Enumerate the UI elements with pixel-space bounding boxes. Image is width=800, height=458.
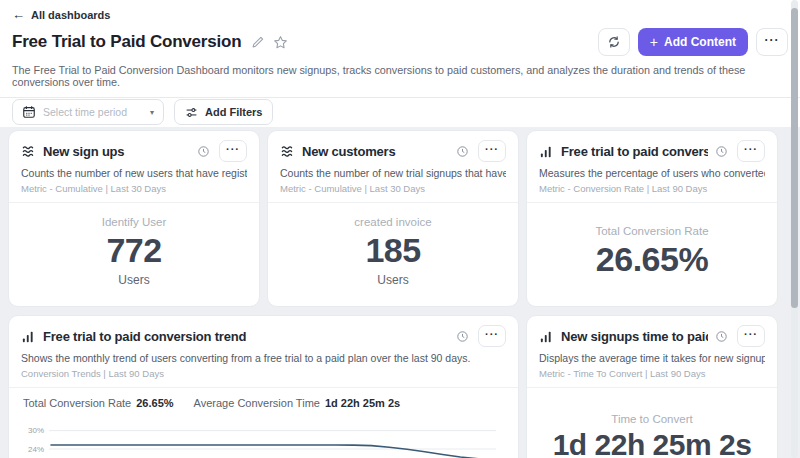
star-icon	[273, 35, 288, 50]
ellipsis-icon: ···	[744, 143, 758, 155]
back-link-label: All dashboards	[31, 9, 110, 21]
add-content-label: Add Content	[664, 35, 736, 49]
card-description: Counts the number of new users that have…	[21, 167, 247, 179]
metric-sub: Users	[118, 273, 149, 287]
card-more-button[interactable]: ···	[478, 140, 506, 162]
metric-label: created invoice	[354, 216, 431, 228]
card-conversion-trend: Free trial to paid conversion trend ··· …	[8, 315, 519, 458]
metric-label: Identify User	[102, 216, 167, 228]
card-title: New sign ups	[43, 144, 190, 159]
add-content-button[interactable]: + Add Content	[638, 28, 748, 56]
metric-value: 185	[365, 231, 420, 270]
card-title: Free trial to paid conversion	[561, 144, 708, 159]
clock-icon[interactable]	[456, 330, 469, 343]
drag-handle[interactable]	[386, 130, 401, 131]
svg-text:24%: 24%	[28, 445, 44, 454]
pencil-icon	[251, 35, 265, 49]
card-title: New customers	[302, 144, 449, 159]
card-meta: Conversion Trends | Last 90 Days	[21, 368, 506, 387]
stat-label: Total Conversion Rate	[23, 397, 131, 409]
card-conversion-rate: Free trial to paid conversion ··· Measur…	[526, 130, 778, 307]
metric-value: 772	[106, 231, 161, 270]
edit-title-button[interactable]	[251, 35, 265, 49]
calendar-icon	[22, 105, 36, 119]
page-description: The Free Trial to Paid Conversion Dashbo…	[12, 64, 788, 97]
back-link[interactable]: ← All dashboards	[12, 8, 788, 21]
clock-icon[interactable]	[715, 145, 728, 158]
card-new-signups: New sign ups ··· Counts the number of ne…	[8, 130, 260, 307]
dashboard-content: New sign ups ··· Counts the number of ne…	[0, 127, 800, 458]
drag-handle[interactable]	[645, 315, 660, 316]
scrollbar-thumb[interactable]	[791, 8, 798, 308]
stat-value: 26.65%	[136, 397, 173, 409]
metric-value: 26.65%	[596, 240, 708, 279]
svg-text:30%: 30%	[28, 426, 44, 435]
stat-value: 1d 22h 25m 2s	[325, 397, 400, 409]
card-new-customers: New customers ··· Counts the number of n…	[267, 130, 519, 307]
trend-chart-svg: 30%24%18%Oct 2024Nov 2024Dec 2024Jan 202…	[17, 420, 500, 458]
card-title: Free trial to paid conversion trend	[43, 329, 449, 344]
card-description: Displays the average time it takes for n…	[539, 352, 765, 364]
drag-handle[interactable]	[645, 130, 660, 131]
cumulative-metric-icon	[280, 144, 295, 159]
average-conversion-time-stat: Average Conversion Time 1d 22h 25m 2s	[194, 397, 401, 409]
card-time-to-convert: New signups time to paid conver... ··· D…	[526, 315, 778, 458]
card-meta: Metric - Conversion Rate | Last 90 Days	[539, 183, 765, 202]
add-filters-button[interactable]: Add Filters	[174, 99, 273, 125]
metric-label: Time to Convert	[611, 413, 692, 425]
card-description: Shows the monthly trend of users convert…	[21, 352, 506, 364]
metric-label: Total Conversion Rate	[595, 225, 708, 237]
vertical-scrollbar[interactable]	[791, 0, 798, 458]
bar-chart-icon	[539, 329, 554, 344]
total-conversion-rate-stat: Total Conversion Rate 26.65%	[23, 397, 174, 409]
ellipsis-icon: ···	[485, 328, 499, 340]
bar-chart-icon	[21, 329, 36, 344]
clock-icon[interactable]	[197, 145, 210, 158]
ellipsis-icon: ···	[226, 143, 240, 155]
cumulative-metric-icon	[21, 144, 36, 159]
card-meta: Metric - Time To Convert | Last 90 Days	[539, 368, 765, 387]
drag-handle[interactable]	[256, 315, 271, 316]
clock-icon[interactable]	[715, 330, 728, 343]
trend-chart: 30%24%18%Oct 2024Nov 2024Dec 2024Jan 202…	[9, 418, 518, 458]
chevron-down-icon: ▾	[150, 108, 154, 117]
stat-label: Average Conversion Time	[194, 397, 320, 409]
filter-toolbar: Select time period ▾ Add Filters	[0, 97, 800, 127]
plus-icon: +	[650, 35, 658, 49]
refresh-button[interactable]	[598, 28, 630, 56]
card-title: New signups time to paid conver...	[561, 329, 708, 344]
drag-handle[interactable]	[127, 130, 142, 131]
page-title: Free Trial to Paid Conversion	[12, 32, 241, 52]
favorite-button[interactable]	[273, 35, 288, 50]
header-more-button[interactable]: ···	[756, 28, 788, 56]
time-period-select[interactable]: Select time period ▾	[12, 99, 164, 125]
dashboard-header: ← All dashboards Free Trial to Paid Conv…	[0, 0, 800, 97]
card-meta: Metric - Cumulative | Last 30 Days	[280, 183, 506, 202]
ellipsis-icon: ···	[765, 33, 780, 47]
refresh-icon	[607, 35, 621, 49]
card-more-button[interactable]: ···	[737, 325, 765, 347]
time-period-placeholder: Select time period	[43, 106, 143, 118]
back-arrow-icon: ←	[12, 8, 25, 21]
card-more-button[interactable]: ···	[478, 325, 506, 347]
card-description: Measures the percentage of users who con…	[539, 167, 765, 179]
add-filters-label: Add Filters	[205, 106, 262, 118]
card-more-button[interactable]: ···	[219, 140, 247, 162]
clock-icon[interactable]	[456, 145, 469, 158]
metric-sub: Users	[377, 273, 408, 287]
card-more-button[interactable]: ···	[737, 140, 765, 162]
card-meta: Metric - Cumulative | Last 30 Days	[21, 183, 247, 202]
card-description: Counts the number of new trial signups t…	[280, 167, 506, 179]
bar-chart-icon	[539, 144, 554, 159]
ellipsis-icon: ···	[485, 143, 499, 155]
ellipsis-icon: ···	[744, 328, 758, 340]
filter-sliders-icon	[185, 106, 198, 119]
metric-value: 1d 22h 25m 2s	[553, 428, 752, 458]
